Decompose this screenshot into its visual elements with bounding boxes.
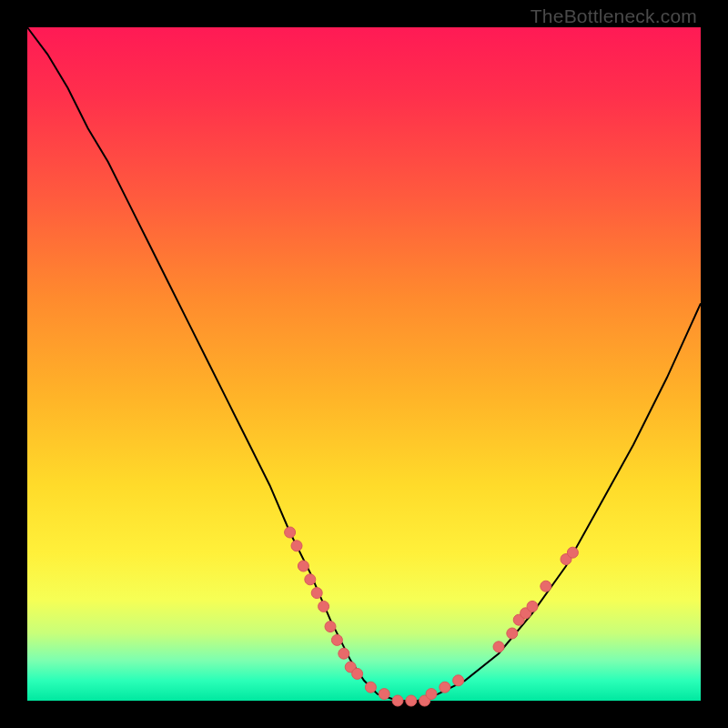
plot-area — [27, 27, 701, 701]
curve-marker — [291, 541, 302, 551]
curve-marker — [406, 695, 417, 706]
curve-marker — [527, 601, 538, 612]
watermark-text: TheBottleneck.com — [531, 5, 697, 27]
curve-marker — [440, 682, 450, 693]
curve-marker — [331, 634, 342, 645]
curve-marker — [541, 581, 551, 592]
curve-marker — [365, 682, 376, 693]
curve-marker — [298, 561, 308, 571]
curve-marker — [352, 668, 363, 679]
curve-marker — [305, 574, 316, 585]
curve-marker — [339, 648, 349, 659]
curve-marker — [453, 675, 464, 686]
curve-marker — [392, 695, 403, 706]
curve-marker — [507, 628, 518, 639]
curve-marker — [379, 689, 389, 700]
curve-marker — [426, 689, 437, 700]
curve-marker — [493, 642, 504, 652]
curve-marker — [285, 527, 296, 538]
bottleneck-curve — [27, 27, 701, 701]
curve-marker — [311, 588, 322, 599]
curve-marker — [567, 547, 578, 558]
chart-frame: TheBottleneck.com — [0, 0, 728, 728]
curve-marker — [325, 622, 336, 632]
curve-marker — [318, 601, 329, 612]
curve-svg — [27, 27, 701, 701]
